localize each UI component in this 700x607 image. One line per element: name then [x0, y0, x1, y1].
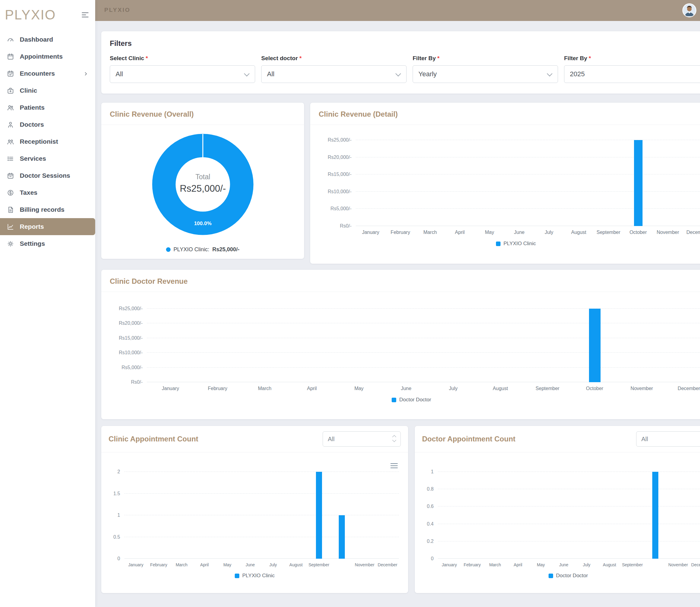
filter-field-select-doctor: Select doctor* All [261, 55, 406, 83]
legend-label: PLYXIO Clinic: [174, 246, 209, 253]
select-value: All [116, 70, 123, 78]
sidebar-item-settings[interactable]: Settings [0, 235, 95, 252]
x-axis-line [438, 558, 700, 559]
select-value: All [267, 70, 274, 78]
card-title: Clinic Doctor Revenue [101, 270, 700, 292]
x-tick-label: June [382, 382, 430, 391]
doctor-appointments-filter-select[interactable]: All [636, 432, 700, 446]
sidebar-item-label: Taxes [20, 189, 37, 196]
select-arrows-icon [393, 436, 396, 441]
x-tick-label: January [356, 226, 385, 235]
x-tick-label: October [623, 226, 653, 235]
x-tick-label: September [307, 559, 330, 567]
legend-marker [392, 398, 396, 402]
year-input[interactable]: 2025 [564, 65, 700, 83]
required-asterisk: * [299, 55, 301, 61]
team-icon [7, 138, 14, 146]
clinic-appointment-count-chart: 00.511.52JanuaryFebruaryMarchAprilMayJun… [101, 472, 408, 567]
plot-area [356, 140, 700, 226]
x-tick-label: September [594, 226, 623, 235]
y-tick-label: Rs5,000/- [331, 206, 352, 211]
select-doctor-dropdown[interactable]: All [261, 65, 406, 83]
coin-icon [7, 189, 14, 196]
x-tick-label: February [461, 559, 483, 567]
calendar-check-icon [7, 70, 14, 78]
sidebar-item-receptionist[interactable]: Receptionist [0, 133, 95, 150]
x-tick-label: December [376, 559, 399, 567]
x-tick-label: March [484, 559, 506, 567]
gridline [356, 208, 700, 209]
sidebar-item-label: Receptionist [20, 138, 58, 145]
donut-center-label: Total [195, 173, 210, 181]
sidebar-item-services[interactable]: Services [0, 150, 95, 167]
bar-october [339, 515, 345, 559]
x-tick-label: June [552, 559, 575, 567]
input-value: 2025 [570, 70, 585, 78]
y-tick-label: Rs15,000/- [328, 172, 352, 177]
sidebar-item-label: Billing records [20, 206, 64, 213]
field-label: Filter By [564, 55, 587, 61]
required-asterisk: * [589, 55, 591, 61]
y-tick-label: 0 [431, 556, 434, 561]
sidebar-toggle-icon[interactable] [82, 11, 88, 19]
y-tick-label: 1 [117, 512, 120, 518]
x-tick-label: May [529, 559, 552, 567]
y-tick-label: 0.2 [427, 539, 434, 544]
gridline [356, 174, 700, 174]
x-tick-label: February [385, 226, 415, 235]
gridline [356, 157, 700, 158]
doctor-icon [7, 121, 14, 128]
legend-label: Doctor Doctor [556, 573, 588, 579]
sidebar-item-patients[interactable]: Patients [0, 99, 95, 116]
required-asterisk: * [146, 55, 148, 61]
filter-field-year: Filter By* 2025 [564, 55, 700, 83]
select-value: Yearly [418, 70, 437, 78]
plot-area [147, 309, 700, 382]
sidebar-item-encounters[interactable]: Encounters [0, 65, 95, 82]
plot-area [438, 472, 700, 559]
x-tick-label: November [653, 226, 683, 235]
sidebar-item-taxes[interactable]: Taxes [0, 184, 95, 201]
chevron-down-icon [547, 71, 552, 76]
select-clinic-dropdown[interactable]: All [110, 65, 255, 83]
x-tick-label: July [262, 559, 285, 567]
card-title: Clinic Appointment Count [108, 435, 198, 443]
user-avatar[interactable] [682, 3, 696, 17]
clinic-revenue-overall-card: Clinic Revenue (Overall) Total Rs25,000/… [101, 103, 304, 259]
x-axis-line [147, 382, 700, 382]
x-tick-label: August [285, 559, 307, 567]
x-tick-label: June [504, 226, 534, 235]
chart-legend: PLYXIO Clinic [101, 573, 408, 579]
x-tick-label: August [477, 382, 524, 391]
sidebar-item-reports[interactable]: Reports [0, 218, 95, 235]
x-tick-label: December [690, 559, 700, 567]
doctor-appointment-count-chart: 00.20.40.60.81JanuaryFebruaryMarchAprilM… [415, 472, 700, 567]
sidebar-item-doctors[interactable]: Doctors [0, 116, 95, 133]
sidebar-item-dashboard[interactable]: Dashboard [0, 31, 95, 48]
x-tick-label: July [534, 226, 564, 235]
legend-marker [235, 573, 239, 578]
clinic-appointments-filter-select[interactable]: All [323, 432, 401, 446]
card-title: Doctor Appointment Count [422, 435, 515, 443]
chart-legend: Doctor Doctor [101, 397, 700, 403]
sidebar-item-doctor-sessions[interactable]: Doctor Sessions [0, 167, 95, 184]
sidebar-item-billing-records[interactable]: Billing records [0, 201, 95, 218]
x-tick-label: April [288, 382, 335, 391]
donut-center-value: Rs25,000/- [180, 183, 226, 194]
sidebar-item-appointments[interactable]: Appointments [0, 48, 95, 65]
y-tick-label: Rs25,000/- [119, 306, 143, 311]
x-tick-label: November [667, 559, 690, 567]
x-axis-line [356, 226, 700, 226]
chart-menu-icon[interactable] [391, 462, 398, 470]
sidebar-item-clinic[interactable]: Clinic [0, 82, 95, 99]
gridline [124, 537, 399, 537]
y-tick-label: 1.5 [114, 491, 120, 497]
main-content: Filters Select Clinic* All Select doctor… [101, 31, 700, 593]
x-tick-label: July [430, 382, 477, 391]
x-tick-label: January [124, 559, 147, 567]
chart-icon [7, 223, 14, 231]
filter-by-dropdown[interactable]: Yearly [413, 65, 558, 83]
gridline [438, 472, 700, 472]
clinic-revenue-donut-chart: Total Rs25,000/- 100.0% [101, 133, 304, 236]
donut-legend: PLYXIO Clinic: Rs25,000/- [101, 246, 304, 253]
